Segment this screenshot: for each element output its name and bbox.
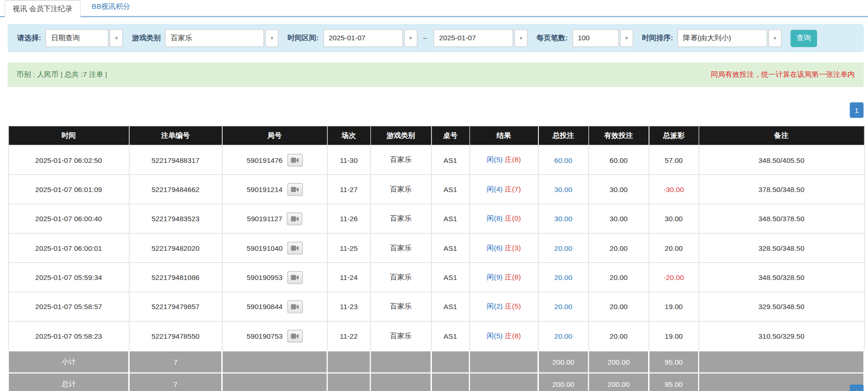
game-category-label: 游戏类别 xyxy=(132,33,161,43)
sort-order-select[interactable]: 降幂(由大到小) ▾ xyxy=(678,29,782,47)
cell-game-category: 百家乐 xyxy=(370,292,431,321)
subtotal-total-bet: 200.00 xyxy=(538,351,588,373)
cell-result: 闲(8)庄(0) xyxy=(469,204,538,233)
subtotal-count: 7 xyxy=(129,351,222,373)
total-bet-link[interactable]: 20.00 xyxy=(554,244,572,252)
video-replay-button[interactable] xyxy=(287,183,302,196)
select-type-label: 请选择: xyxy=(17,33,41,43)
round-id-text: 590191040 xyxy=(247,244,283,252)
cell-time: 2025-01-07 05:58:57 xyxy=(8,292,129,321)
table-row: 2025-01-07 06:01:09522179484662590191214… xyxy=(8,174,864,204)
cell-payout: -20.00 xyxy=(649,262,699,292)
video-replay-button[interactable] xyxy=(287,300,302,313)
cell-payout: -30.00 xyxy=(649,174,699,204)
query-type-select[interactable]: 日期查询 ▾ xyxy=(45,29,123,47)
round-id-text: 590191476 xyxy=(247,156,283,164)
chevron-down-icon[interactable]: ▾ xyxy=(110,29,123,47)
result-banker: 庄(8) xyxy=(505,273,521,281)
cell-valid-bet: 60.00 xyxy=(588,145,649,174)
bet-table-body: 2025-01-07 06:02:50522179488317590191476… xyxy=(8,145,864,351)
round-id-text: 590190953 xyxy=(247,273,283,281)
cell-remark: 378.50/348.50 xyxy=(699,174,864,204)
cell-total-bet: 20.00 xyxy=(538,233,588,262)
cell-result: 闲(4)庄(7) xyxy=(469,174,538,204)
total-bet-link[interactable]: 30.00 xyxy=(554,214,572,223)
cell-valid-bet: 20.00 xyxy=(588,262,649,292)
cell-round-id: 590190844 xyxy=(222,292,327,321)
cell-session: 11-25 xyxy=(327,233,370,262)
cell-total-bet: 60.00 xyxy=(538,145,588,174)
pagination-bottom: 1 xyxy=(8,385,864,391)
cell-game-category: 百家乐 xyxy=(370,233,431,262)
date-from-select[interactable]: 2025-01-07 ▾ xyxy=(323,29,417,47)
chevron-down-icon[interactable]: ▾ xyxy=(404,29,418,47)
currency-total-text: 币别 : 人民币 | 总共 :7 注单 | xyxy=(17,70,107,80)
cell-bet-id: 522179479857 xyxy=(129,292,222,321)
total-bet-link[interactable]: 20.00 xyxy=(554,303,572,311)
total-bet-link[interactable]: 20.00 xyxy=(554,273,572,281)
header-total-bet: 总投注 xyxy=(538,126,588,145)
cell-bet-id: 522179481086 xyxy=(129,262,222,292)
cell-time: 2025-01-07 05:58:23 xyxy=(8,321,129,351)
round-id-text: 590190753 xyxy=(247,332,283,340)
cell-payout: 30.00 xyxy=(649,204,699,233)
tab-video-bet-records[interactable]: 视讯 会员下注纪录 xyxy=(5,0,81,17)
chevron-down-icon[interactable]: ▾ xyxy=(620,29,633,47)
round-id-text: 590191214 xyxy=(247,185,283,193)
cell-table-no: AS1 xyxy=(431,321,470,351)
result-player: 闲(5) xyxy=(487,155,503,164)
video-replay-button[interactable] xyxy=(287,212,302,225)
chevron-down-icon[interactable]: ▾ xyxy=(265,29,279,47)
cell-total-bet: 20.00 xyxy=(538,262,588,292)
cell-round-id: 590191127 xyxy=(222,204,327,233)
cell-table-no: AS1 xyxy=(431,292,470,321)
cell-session: 11-23 xyxy=(327,292,370,321)
date-to-select[interactable]: 2025-01-07 ▾ xyxy=(434,29,528,47)
video-replay-button[interactable] xyxy=(287,329,302,342)
cell-remark: 328.50/348.50 xyxy=(699,233,864,262)
video-camera-icon xyxy=(291,333,299,339)
page-1-button[interactable]: 1 xyxy=(850,102,864,118)
page-size-value: 100 xyxy=(572,29,618,47)
table-row: 2025-01-07 06:02:50522179488317590191476… xyxy=(8,145,864,174)
cell-game-category: 百家乐 xyxy=(370,262,431,292)
table-row: 2025-01-07 06:00:40522179483523590191127… xyxy=(8,204,864,233)
game-category-select[interactable]: 百家乐 ▾ xyxy=(165,29,279,47)
result-banker: 庄(7) xyxy=(505,185,521,193)
header-result: 结果 xyxy=(469,126,538,145)
cell-round-id: 590191476 xyxy=(222,145,327,174)
table-row: 2025-01-07 05:59:34522179481086590190953… xyxy=(8,262,864,292)
total-bet-link[interactable]: 60.00 xyxy=(554,156,572,164)
cell-result: 闲(5)庄(8) xyxy=(469,321,538,351)
video-replay-button[interactable] xyxy=(287,242,302,254)
sort-order-label: 时间排序: xyxy=(642,33,673,43)
page-size-label: 每页笔数: xyxy=(537,33,568,43)
tab-bb-video-points[interactable]: BB视讯积分 xyxy=(84,0,137,16)
page-1-button-bottom[interactable]: 1 xyxy=(850,385,864,391)
total-bet-link[interactable]: 30.00 xyxy=(554,185,572,193)
video-camera-icon xyxy=(291,157,299,163)
chevron-down-icon[interactable]: ▾ xyxy=(768,29,782,47)
search-button[interactable]: 查询 xyxy=(791,30,817,47)
header-game-category: 游戏类别 xyxy=(370,126,431,145)
cell-valid-bet: 20.00 xyxy=(588,292,649,321)
cell-total-bet: 30.00 xyxy=(538,174,588,204)
cell-session: 11-27 xyxy=(327,174,370,204)
cell-result: 闲(9)庄(8) xyxy=(469,262,538,292)
subtotal-row: 小计 7 200.00 200.00 95.00 xyxy=(8,351,864,373)
table-row: 2025-01-07 05:58:23522179478550590190753… xyxy=(8,321,864,351)
cell-round-id: 590190753 xyxy=(222,321,327,351)
cell-valid-bet: 20.00 xyxy=(588,233,649,262)
cell-total-bet: 20.00 xyxy=(538,321,588,351)
query-type-value: 日期查询 xyxy=(45,29,108,47)
video-replay-button[interactable] xyxy=(287,154,302,167)
cell-remark: 348.50/328.50 xyxy=(699,262,864,292)
video-replay-button[interactable] xyxy=(287,271,302,284)
header-remark: 备注 xyxy=(699,126,864,145)
chevron-down-icon[interactable]: ▾ xyxy=(514,29,528,47)
total-bet-link[interactable]: 20.00 xyxy=(554,332,572,340)
date-to-value: 2025-01-07 xyxy=(434,29,513,47)
header-payout: 总派彩 xyxy=(649,126,699,145)
cell-bet-id: 522179483523 xyxy=(129,204,222,233)
page-size-select[interactable]: 100 ▾ xyxy=(572,29,633,47)
